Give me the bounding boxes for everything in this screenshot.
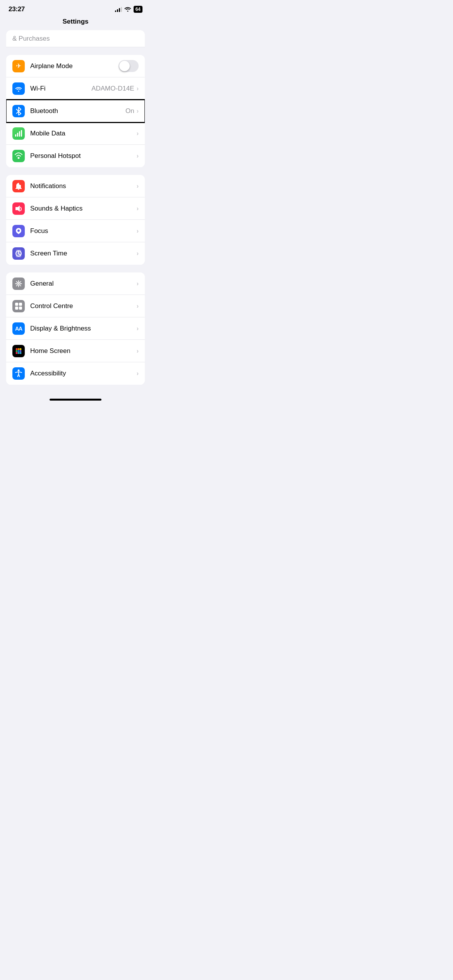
svg-point-5: [19, 182, 22, 185]
svg-point-21: [16, 352, 18, 354]
bluetooth-value: On: [125, 107, 134, 115]
home-screen-row[interactable]: Home Screen ›: [6, 340, 145, 362]
focus-label: Focus: [30, 227, 137, 235]
display-brightness-icon: AA: [12, 322, 25, 335]
svg-rect-0: [15, 134, 16, 137]
airplane-mode-row[interactable]: ✈ Airplane Mode: [6, 55, 145, 77]
personal-hotspot-chevron: ›: [137, 152, 139, 159]
svg-rect-11: [15, 303, 18, 306]
accessibility-label: Accessibility: [30, 370, 137, 377]
wifi-status-icon: [124, 6, 131, 13]
system-group: General › Control Centre › AA Display & …: [6, 272, 145, 385]
notifications-group: Notifications › Sounds & Haptics › Focus…: [6, 175, 145, 265]
focus-chevron: ›: [137, 228, 139, 235]
sounds-haptics-chevron: ›: [137, 205, 139, 212]
accessibility-chevron: ›: [137, 370, 139, 377]
home-indicator: [0, 392, 151, 404]
wifi-chevron: ›: [137, 85, 139, 92]
general-row[interactable]: General ›: [6, 272, 145, 295]
wifi-row[interactable]: Wi-Fi ADAMO-D14E ›: [6, 77, 145, 100]
general-chevron: ›: [137, 280, 139, 287]
mobile-data-chevron: ›: [137, 130, 139, 137]
status-bar: 23:27 64: [0, 0, 151, 16]
partial-row: & Purchases: [6, 30, 145, 47]
battery-icon: 64: [134, 6, 142, 13]
svg-rect-14: [19, 307, 22, 310]
airplane-mode-icon: ✈: [12, 60, 25, 72]
status-time: 23:27: [9, 5, 25, 13]
svg-rect-2: [19, 131, 20, 137]
wifi-value: ADAMO-D14E: [91, 85, 134, 93]
svg-rect-3: [21, 130, 22, 137]
display-brightness-chevron: ›: [137, 325, 139, 332]
personal-hotspot-label: Personal Hotspot: [30, 152, 137, 160]
svg-point-16: [18, 348, 20, 350]
notifications-icon: [12, 180, 25, 192]
notifications-row[interactable]: Notifications ›: [6, 175, 145, 197]
signal-icon: [115, 7, 122, 12]
screen-time-chevron: ›: [137, 250, 139, 257]
sounds-haptics-icon: [12, 202, 25, 215]
svg-point-19: [18, 350, 20, 352]
airplane-mode-toggle[interactable]: [118, 60, 139, 72]
nav-title-bar: Settings: [0, 16, 151, 30]
general-label: General: [30, 280, 137, 288]
svg-rect-1: [17, 133, 18, 137]
focus-icon: [12, 225, 25, 237]
svg-marker-6: [15, 206, 20, 212]
display-brightness-label: Display & Brightness: [30, 325, 137, 332]
control-centre-chevron: ›: [137, 303, 139, 310]
home-indicator-bar: [50, 399, 101, 401]
mobile-data-icon: [12, 127, 25, 140]
notifications-chevron: ›: [137, 183, 139, 190]
focus-row[interactable]: Focus ›: [6, 220, 145, 242]
display-brightness-row[interactable]: AA Display & Brightness ›: [6, 317, 145, 340]
mobile-data-label: Mobile Data: [30, 130, 137, 137]
sounds-haptics-row[interactable]: Sounds & Haptics ›: [6, 197, 145, 220]
page-title: Settings: [62, 18, 88, 25]
screen-time-icon: [12, 247, 25, 260]
personal-hotspot-row[interactable]: Personal Hotspot ›: [6, 145, 145, 167]
connectivity-group: ✈ Airplane Mode Wi-Fi ADAMO-D14E › Bluet…: [6, 55, 145, 167]
mobile-data-row[interactable]: Mobile Data ›: [6, 122, 145, 145]
svg-point-17: [20, 348, 22, 350]
svg-point-15: [16, 348, 18, 350]
wifi-icon: [12, 82, 25, 95]
svg-point-4: [18, 157, 20, 159]
home-screen-chevron: ›: [137, 348, 139, 355]
status-icons: 64: [115, 6, 142, 13]
home-screen-icon: [12, 345, 25, 357]
home-screen-label: Home Screen: [30, 347, 137, 355]
control-centre-label: Control Centre: [30, 302, 137, 310]
sounds-haptics-label: Sounds & Haptics: [30, 205, 137, 212]
svg-rect-13: [15, 307, 18, 310]
bluetooth-row[interactable]: Bluetooth On ›: [6, 100, 145, 122]
battery-level: 64: [136, 7, 141, 12]
svg-point-22: [18, 352, 20, 354]
control-centre-icon: [12, 300, 25, 312]
airplane-mode-label: Airplane Mode: [30, 62, 118, 70]
personal-hotspot-icon: [12, 150, 25, 162]
svg-point-18: [16, 350, 18, 352]
svg-point-9: [18, 283, 19, 284]
svg-point-23: [20, 352, 22, 354]
bluetooth-icon: [12, 105, 25, 117]
accessibility-icon: [12, 367, 25, 380]
wifi-label: Wi-Fi: [30, 85, 91, 93]
bluetooth-chevron: ›: [137, 108, 139, 115]
svg-rect-12: [19, 303, 22, 306]
screen-time-row[interactable]: Screen Time ›: [6, 242, 145, 265]
svg-point-20: [20, 350, 22, 352]
control-centre-row[interactable]: Control Centre ›: [6, 295, 145, 317]
screen-time-label: Screen Time: [30, 250, 137, 257]
accessibility-row[interactable]: Accessibility ›: [6, 362, 145, 385]
general-icon: [12, 278, 25, 290]
svg-point-24: [18, 370, 20, 372]
bluetooth-label: Bluetooth: [30, 107, 125, 115]
notifications-label: Notifications: [30, 182, 137, 190]
